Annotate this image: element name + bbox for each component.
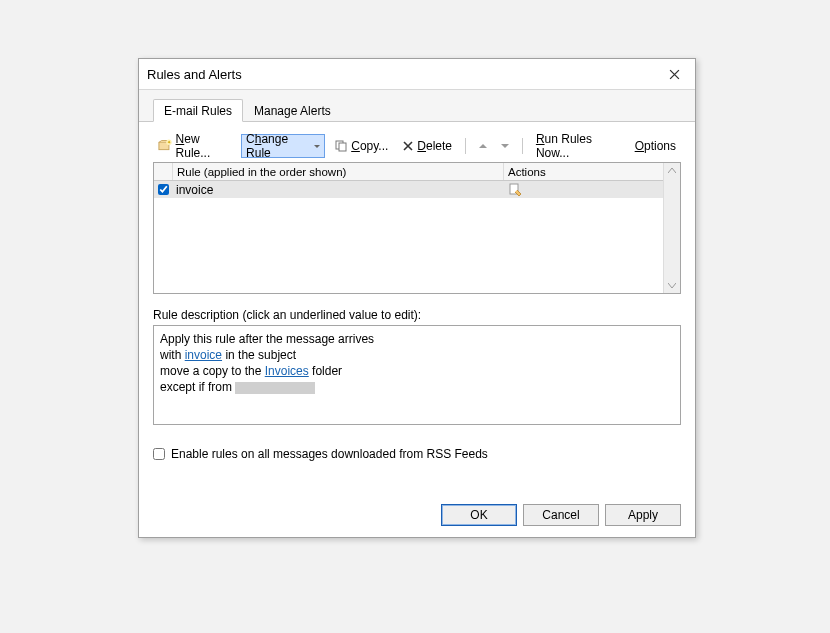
close-icon bbox=[669, 69, 680, 80]
toolbar: ✦ New Rule... Change Rule Copy... Delete bbox=[153, 132, 681, 162]
condition-link-subject-word[interactable]: invoice bbox=[185, 348, 222, 362]
rule-description-box: Apply this rule after the message arrive… bbox=[153, 325, 681, 425]
rules-list-header: Rule (applied in the order shown) Action… bbox=[154, 163, 663, 181]
copy-button[interactable]: Copy... bbox=[329, 134, 393, 158]
desc-line-2: with invoice in the subject bbox=[160, 347, 674, 363]
run-rules-now-button[interactable]: Run Rules Now... bbox=[531, 134, 626, 158]
rule-description-label: Rule description (click an underlined va… bbox=[153, 308, 681, 322]
ok-button[interactable]: OK bbox=[441, 504, 517, 526]
move-down-button[interactable] bbox=[496, 134, 514, 158]
move-to-folder-icon bbox=[508, 183, 522, 197]
scroll-down-icon bbox=[664, 279, 680, 293]
close-button[interactable] bbox=[661, 64, 687, 84]
column-header-rule[interactable]: Rule (applied in the order shown) bbox=[173, 163, 504, 180]
rule-actions-cell bbox=[504, 183, 663, 197]
tab-manage-alerts[interactable]: Manage Alerts bbox=[243, 99, 342, 122]
rss-rules-checkbox[interactable] bbox=[153, 448, 165, 460]
rss-rules-label: Enable rules on all messages downloaded … bbox=[171, 447, 488, 461]
rule-name-cell: invoice bbox=[172, 183, 504, 197]
change-rule-label: Change Rule bbox=[246, 132, 309, 160]
copy-label: Copy... bbox=[351, 139, 388, 153]
new-rule-icon: ✦ bbox=[158, 139, 173, 153]
move-up-button[interactable] bbox=[474, 134, 492, 158]
svg-text:✦: ✦ bbox=[167, 140, 171, 145]
change-rule-button[interactable]: Change Rule bbox=[241, 134, 325, 158]
run-rules-now-label: Run Rules Now... bbox=[536, 132, 621, 160]
desc-line-3: move a copy to the Invoices folder bbox=[160, 363, 674, 379]
delete-label: Delete bbox=[417, 139, 452, 153]
desc-line-1: Apply this rule after the message arrive… bbox=[160, 331, 674, 347]
desc-line-4: except if from bbox=[160, 379, 674, 395]
window-title: Rules and Alerts bbox=[147, 67, 242, 82]
rules-list: Rule (applied in the order shown) Action… bbox=[153, 162, 681, 294]
options-label: Options bbox=[635, 139, 676, 153]
options-button[interactable]: Options bbox=[630, 134, 681, 158]
rules-scrollbar[interactable] bbox=[663, 163, 680, 293]
tab-email-rules[interactable]: E-mail Rules bbox=[153, 99, 243, 122]
toolbar-separator bbox=[465, 138, 466, 154]
dropdown-caret-icon bbox=[314, 145, 320, 151]
dialog-footer: OK Cancel Apply bbox=[139, 493, 695, 537]
email-rules-panel: ✦ New Rule... Change Rule Copy... Delete bbox=[139, 122, 695, 461]
delete-button[interactable]: Delete bbox=[397, 134, 457, 158]
triangle-down-icon bbox=[501, 144, 509, 152]
exception-from-value[interactable] bbox=[235, 382, 315, 394]
rule-enabled-checkbox[interactable] bbox=[158, 184, 169, 195]
svg-rect-4 bbox=[339, 143, 346, 151]
rules-and-alerts-dialog: Rules and Alerts E-mail Rules Manage Ale… bbox=[138, 58, 696, 538]
column-header-enabled[interactable] bbox=[154, 163, 173, 180]
rss-rules-checkbox-row[interactable]: Enable rules on all messages downloaded … bbox=[153, 447, 681, 461]
delete-icon bbox=[402, 140, 414, 152]
new-rule-label: New Rule... bbox=[176, 132, 233, 160]
tab-strip: E-mail Rules Manage Alerts bbox=[139, 89, 695, 122]
triangle-up-icon bbox=[479, 140, 487, 148]
toolbar-separator bbox=[522, 138, 523, 154]
titlebar: Rules and Alerts bbox=[139, 59, 695, 89]
copy-icon bbox=[334, 139, 348, 153]
action-link-folder[interactable]: Invoices bbox=[265, 364, 309, 378]
new-rule-button[interactable]: ✦ New Rule... bbox=[153, 134, 237, 158]
rule-row[interactable]: invoice bbox=[154, 181, 663, 198]
scroll-up-icon bbox=[664, 163, 680, 177]
apply-button[interactable]: Apply bbox=[605, 504, 681, 526]
column-header-actions[interactable]: Actions bbox=[504, 163, 663, 180]
cancel-button[interactable]: Cancel bbox=[523, 504, 599, 526]
